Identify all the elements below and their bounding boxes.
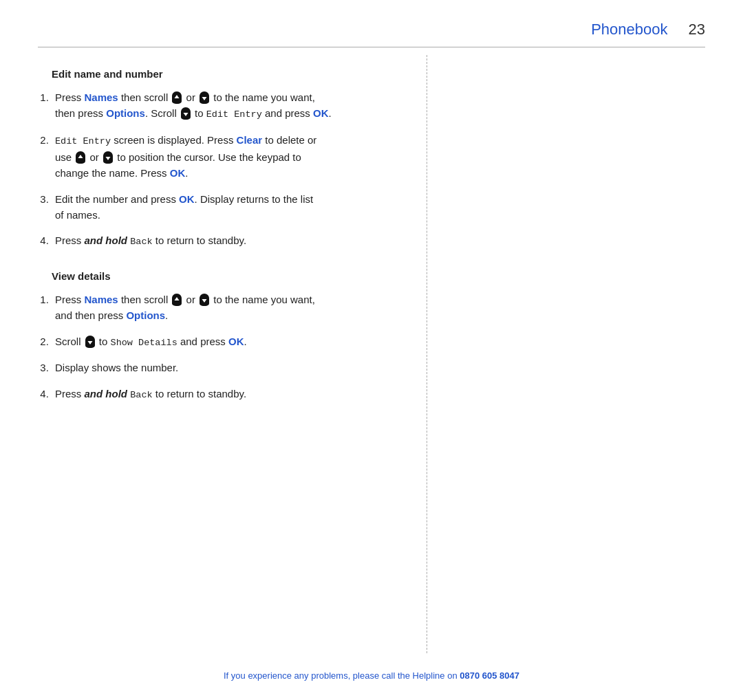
ok-link-1: OK: [313, 107, 329, 119]
section-view-details: View details Press Names then scroll or …: [38, 270, 389, 403]
list-item: Edit Entry screen is displayed. Press Cl…: [52, 132, 389, 181]
main-content: Edit name and number Press Names then sc…: [0, 47, 427, 444]
header-page-number: 23: [689, 21, 705, 39]
section-edit-name-number: Edit name and number Press Names then sc…: [38, 68, 389, 250]
footer: If you experience any problems, please c…: [0, 670, 743, 681]
back-text-1: Back: [130, 237, 152, 247]
names-link-1: Names: [85, 91, 118, 103]
ok-link-2: OK: [170, 167, 186, 179]
list-item: Press Names then scroll or to the name y…: [52, 89, 389, 122]
edit-entry-text-2: Edit Entry: [55, 136, 111, 146]
ok-link-4: OK: [228, 336, 244, 347]
list-item: Press and hold Back to return to standby…: [52, 232, 389, 250]
options-link-1: Options: [106, 107, 145, 119]
section1-list: Press Names then scroll or to the name y…: [38, 89, 389, 250]
scroll-down-icon-4: [198, 293, 211, 307]
back-text-2: Back: [130, 390, 152, 400]
page-header: Phonebook 23: [0, 0, 743, 47]
clear-link: Clear: [237, 134, 263, 146]
names-link-2: Names: [85, 294, 118, 305]
scroll-up-icon-2: [74, 151, 87, 164]
section2-title: View details: [52, 270, 389, 282]
and-hold-text-1: and hold: [85, 234, 128, 246]
list-item: Display shows the number.: [52, 360, 389, 375]
ok-link-3: OK: [179, 193, 195, 205]
show-details-text: Show Details: [111, 338, 177, 348]
scroll-up-icon-3: [171, 293, 183, 307]
header-title: Phonebook: [591, 21, 667, 39]
footer-phone: 0870 605 8047: [460, 670, 519, 681]
options-link-2: Options: [126, 309, 165, 321]
list-item: Scroll to Show Details and press OK.: [52, 333, 389, 351]
vertical-divider: [427, 55, 427, 653]
scroll-down-icon: [198, 91, 211, 105]
scroll-down-icon-3: [102, 151, 114, 164]
scroll-down-icon-5: [84, 335, 96, 349]
footer-text: If you experience any problems, please c…: [224, 670, 460, 681]
scroll-up-icon: [171, 91, 183, 105]
list-item: Press and hold Back to return to standby…: [52, 386, 389, 403]
list-item: Press Names then scroll or to the name y…: [52, 292, 389, 324]
section2-list: Press Names then scroll or to the name y…: [38, 292, 389, 403]
section1-title: Edit name and number: [52, 68, 389, 80]
scroll-down-icon-2: [180, 107, 192, 120]
edit-entry-text-1: Edit Entry: [206, 109, 262, 120]
list-item: Edit the number and press OK. Display re…: [52, 191, 389, 223]
and-hold-text-2: and hold: [85, 388, 128, 400]
